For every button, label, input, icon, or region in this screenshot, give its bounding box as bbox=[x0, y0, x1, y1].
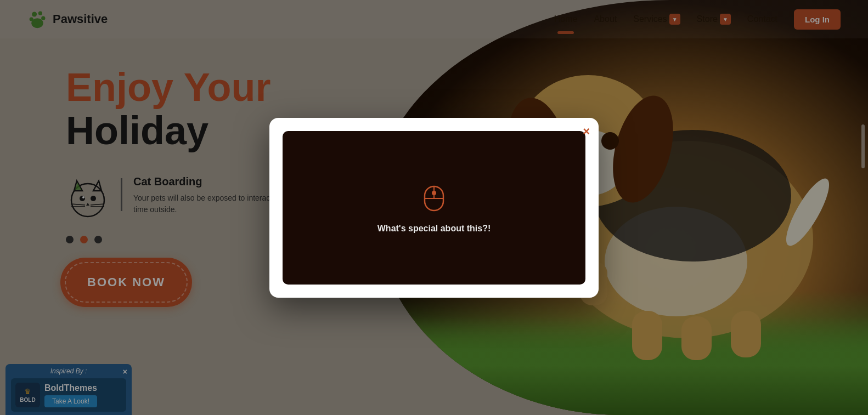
modal-dialog: × What's special about this?! bbox=[269, 118, 599, 298]
modal-close-button[interactable]: × bbox=[583, 126, 590, 138]
modal-video-area: What's special about this?! bbox=[283, 131, 585, 285]
mouse-icon bbox=[420, 182, 448, 215]
modal-caption: What's special about this?! bbox=[377, 224, 491, 234]
modal-overlay[interactable]: × What's special about this?! bbox=[0, 0, 868, 415]
